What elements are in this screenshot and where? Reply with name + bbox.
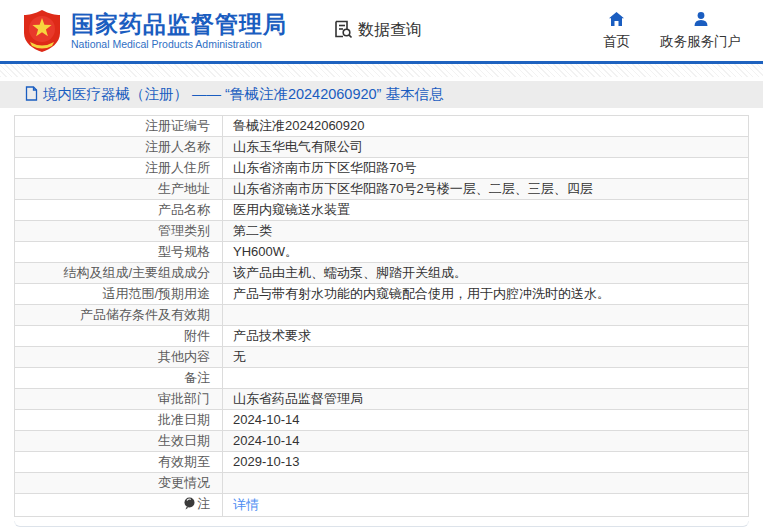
row-label-text: 产品储存条件及有效期 (80, 307, 210, 322)
row-label: 产品名称 (15, 200, 223, 221)
china-national-emblem-icon (22, 9, 62, 53)
row-label: 产品储存条件及有效期 (15, 305, 223, 326)
data-query-label: 数据查询 (358, 20, 422, 41)
row-label: 其他内容 (15, 347, 223, 368)
row-label-text: 批准日期 (158, 412, 210, 427)
breadcrumb-text: 境内医疗器械（注册） —— “鲁械注准20242060920” 基本信息 (43, 85, 443, 104)
table-row: 批准日期2024-10-14 (15, 410, 749, 431)
panel-bottom-edge (14, 521, 749, 527)
row-label-text: 有效期至 (158, 454, 210, 469)
row-value (223, 368, 749, 389)
breadcrumb: 境内医疗器械（注册） —— “鲁械注准20242060920” 基本信息 (0, 81, 763, 108)
note-icon (184, 497, 195, 514)
row-value (223, 473, 749, 494)
row-label: 批准日期 (15, 410, 223, 431)
row-label-text: 备注 (184, 370, 210, 385)
detail-link[interactable]: 详情 (233, 497, 259, 512)
row-label-text: 管理类别 (158, 223, 210, 238)
person-icon (693, 11, 709, 30)
row-label-text: 附件 (184, 328, 210, 343)
data-query-button[interactable]: 数据查询 (333, 19, 422, 43)
table-row: 附件产品技术要求 (15, 326, 749, 347)
row-value: 山东省药品监督管理局 (223, 389, 749, 410)
row-label: 管理类别 (15, 221, 223, 242)
site-subtitle: National Medical Products Administration (71, 37, 287, 51)
row-label: 注册人住所 (15, 158, 223, 179)
row-label: 有效期至 (15, 452, 223, 473)
table-row: 注详情 (15, 494, 749, 517)
row-value-text: 医用内窥镜送水装置 (233, 202, 350, 217)
row-label-text: 变更情况 (158, 475, 210, 490)
table-row: 适用范围/预期用途产品与带有射水功能的内窥镜配合使用，用于内腔冲洗时的送水。 (15, 284, 749, 305)
site-title: 国家药品监督管理局 (71, 11, 287, 37)
row-label: 备注 (15, 368, 223, 389)
row-label-text: 注 (197, 496, 210, 511)
row-label-text: 审批部门 (158, 391, 210, 406)
row-value: 该产品由主机、蠕动泵、脚踏开关组成。 (223, 263, 749, 284)
row-value-text: 鲁械注准20242060920 (233, 118, 365, 133)
row-value: YH600W。 (223, 242, 749, 263)
row-value: 第二类 (223, 221, 749, 242)
row-label: 生效日期 (15, 431, 223, 452)
row-value: 2029-10-13 (223, 452, 749, 473)
row-value (223, 305, 749, 326)
row-value: 2024-10-14 (223, 431, 749, 452)
row-label: 注册人名称 (15, 137, 223, 158)
row-label: 注册证编号 (15, 116, 223, 137)
hatch-strip (0, 64, 763, 77)
table-row: 注册人名称山东玉华电气有限公司 (15, 137, 749, 158)
row-label-text: 生效日期 (158, 433, 210, 448)
row-value-text: 无 (233, 349, 246, 364)
row-value-text: YH600W。 (233, 244, 298, 259)
row-value-text: 第二类 (233, 223, 272, 238)
row-label: 型号规格 (15, 242, 223, 263)
nav-gov-portal-label: 政务服务门户 (660, 33, 741, 51)
row-label-text: 结构及组成/主要组成成分 (63, 265, 210, 280)
row-value: 鲁械注准20242060920 (223, 116, 749, 137)
nav-item-home[interactable]: 首页 (603, 11, 630, 51)
site-header: 国家药品监督管理局 National Medical Products Admi… (0, 0, 763, 64)
row-value: 产品与带有射水功能的内窥镜配合使用，用于内腔冲洗时的送水。 (223, 284, 749, 305)
row-label: 注 (15, 494, 223, 517)
row-label: 结构及组成/主要组成成分 (15, 263, 223, 284)
row-label-text: 注册人名称 (145, 139, 210, 154)
row-value-text: 山东玉华电气有限公司 (233, 139, 363, 154)
row-label: 变更情况 (15, 473, 223, 494)
nav-item-gov-portal[interactable]: 政务服务门户 (660, 11, 741, 51)
row-value-text: 山东省济南市历下区华阳路70号2号楼一层、二层、三层、四层 (233, 181, 593, 196)
table-row: 注册证编号鲁械注准20242060920 (15, 116, 749, 137)
row-label: 适用范围/预期用途 (15, 284, 223, 305)
logo-link[interactable]: 国家药品监督管理局 National Medical Products Admi… (22, 9, 287, 53)
row-label-text: 注册证编号 (145, 118, 210, 133)
row-value-text: 2029-10-13 (233, 454, 300, 469)
row-value-text: 山东省济南市历下区华阳路70号 (233, 160, 416, 175)
row-label-text: 其他内容 (158, 349, 210, 364)
row-value-text: 产品技术要求 (233, 328, 311, 343)
table-row: 结构及组成/主要组成成分该产品由主机、蠕动泵、脚踏开关组成。 (15, 263, 749, 284)
table-row: 变更情况 (15, 473, 749, 494)
row-label-text: 产品名称 (158, 202, 210, 217)
row-value: 产品技术要求 (223, 326, 749, 347)
row-label-text: 生产地址 (158, 181, 210, 196)
row-value: 山东省济南市历下区华阳路70号2号楼一层、二层、三层、四层 (223, 179, 749, 200)
document-search-icon (333, 19, 353, 43)
table-row: 产品储存条件及有效期 (15, 305, 749, 326)
row-value: 无 (223, 347, 749, 368)
row-label-text: 型号规格 (158, 244, 210, 259)
row-value-text: 产品与带有射水功能的内窥镜配合使用，用于内腔冲洗时的送水。 (233, 286, 610, 301)
table-row: 备注 (15, 368, 749, 389)
table-row: 管理类别第二类 (15, 221, 749, 242)
row-label: 附件 (15, 326, 223, 347)
row-value-text: 山东省药品监督管理局 (233, 391, 363, 406)
document-icon (25, 86, 38, 104)
header-nav: 首页 政务服务门户 (603, 11, 741, 51)
registration-info-table: 注册证编号鲁械注准20242060920注册人名称山东玉华电气有限公司注册人住所… (14, 115, 749, 517)
row-value: 山东省济南市历下区华阳路70号 (223, 158, 749, 179)
table-row: 生产地址山东省济南市历下区华阳路70号2号楼一层、二层、三层、四层 (15, 179, 749, 200)
row-label-text: 适用范围/预期用途 (102, 286, 210, 301)
table-row: 生效日期2024-10-14 (15, 431, 749, 452)
row-value-text: 2024-10-14 (233, 412, 300, 427)
row-value: 医用内窥镜送水装置 (223, 200, 749, 221)
row-value: 2024-10-14 (223, 410, 749, 431)
table-row: 其他内容无 (15, 347, 749, 368)
